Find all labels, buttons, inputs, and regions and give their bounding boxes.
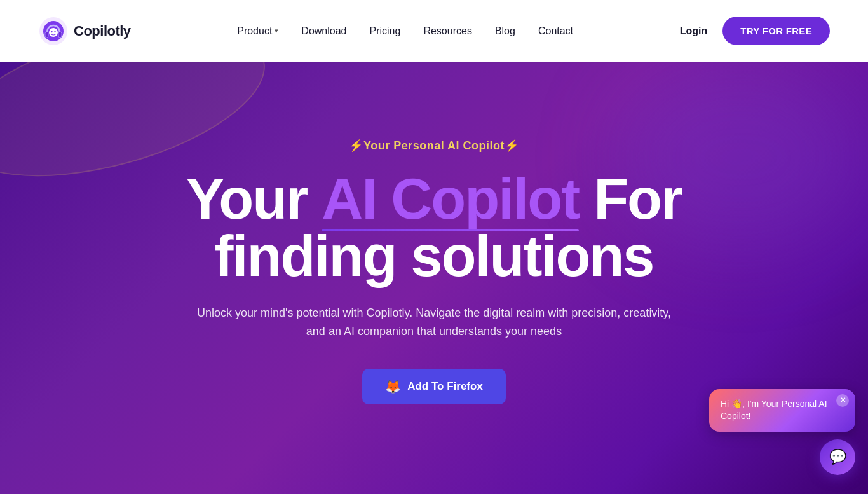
chat-icon: 💬 [829,449,846,465]
chat-open-button[interactable]: 💬 [820,439,855,475]
svg-rect-3 [58,32,62,38]
svg-point-4 [49,28,58,37]
navbar-nav: Product ▾ Download Pricing Resources Blo… [237,25,573,37]
chat-widget: ✕ Hi 👋, I'm Your Personal AI Copilot! 💬 [709,389,855,475]
nav-blog[interactable]: Blog [495,25,515,37]
firefox-icon: 🦊 [385,379,401,394]
navbar-actions: Login TRY FOR FREE [680,17,830,45]
hero-title-highlight: AI Copilot [322,170,579,228]
hero-title-part2: For [579,167,682,231]
hero-title-line2: finding solutions [215,224,654,288]
svg-point-5 [51,31,52,32]
chat-bubble-text: Hi 👋, I'm Your Personal AI Copilot! [721,399,827,422]
nav-product[interactable]: Product ▾ [237,25,278,37]
chevron-down-icon: ▾ [275,27,278,35]
nav-pricing[interactable]: Pricing [370,25,401,37]
login-button[interactable]: Login [680,25,708,37]
svg-point-6 [54,31,55,32]
hero-title: Your AI Copilot For finding solutions [186,170,682,285]
try-free-button[interactable]: TRY FOR FREE [722,17,830,45]
logo-icon [38,16,69,46]
logo-text: Copilotly [74,23,131,39]
navbar: Copilotly Product ▾ Download Pricing Res… [0,0,868,62]
add-to-firefox-button[interactable]: 🦊 Add To Firefox [362,369,506,404]
chat-bubble: ✕ Hi 👋, I'm Your Personal AI Copilot! [709,389,855,432]
nav-contact[interactable]: Contact [538,25,573,37]
hero-cta-label: Add To Firefox [407,380,483,393]
hero-tagline: ⚡Your Personal AI Copilot⚡ [349,139,519,153]
nav-download[interactable]: Download [301,25,346,37]
hero-subtitle: Unlock your mind's potential with Copilo… [193,304,675,341]
hero-title-part1: Your [186,167,322,231]
logo[interactable]: Copilotly [38,16,131,46]
close-icon[interactable]: ✕ [836,394,849,407]
nav-resources[interactable]: Resources [423,25,471,37]
svg-rect-2 [45,32,48,38]
